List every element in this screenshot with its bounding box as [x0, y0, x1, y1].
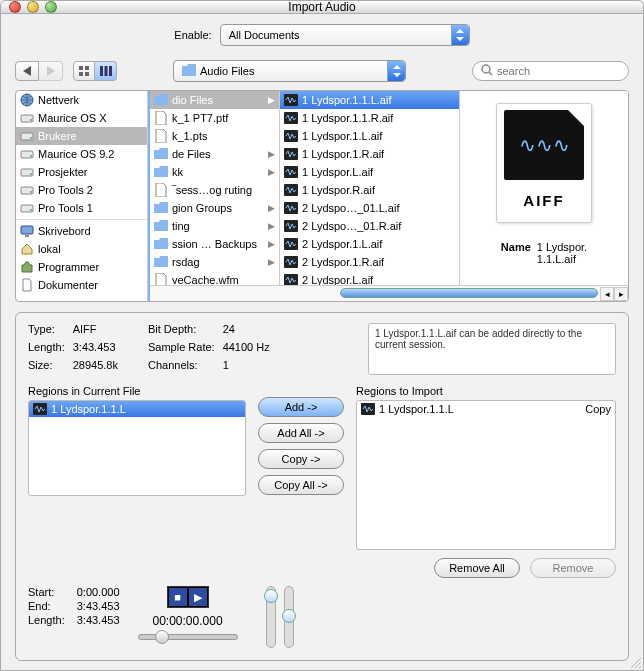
remove-button[interactable]: Remove — [530, 558, 616, 578]
horizontal-scroll-thumb[interactable] — [340, 288, 598, 298]
enable-label: Enable: — [174, 29, 211, 41]
resize-grip-icon[interactable] — [629, 656, 641, 668]
import-region-item[interactable]: 1 Lydspor.1.1.LCopy — [357, 401, 615, 417]
audio-file-icon — [284, 111, 298, 125]
sidebar-item[interactable]: Pro Tools 1 — [16, 199, 147, 217]
playhead-slider[interactable] — [138, 634, 238, 640]
folder-icon — [182, 64, 196, 78]
forward-button[interactable] — [39, 61, 63, 81]
browser-scrollbar[interactable]: ◂ ▸ — [150, 285, 628, 301]
sidebar-item-label: lokal — [38, 243, 61, 255]
back-button[interactable] — [15, 61, 39, 81]
svg-rect-1 — [85, 66, 89, 70]
preview-name-value: 1 Lydspor. 1.1.L.aif — [537, 241, 587, 265]
scroll-left-icon[interactable]: ◂ — [600, 287, 614, 301]
folder-item[interactable]: gion Groups▶ — [150, 199, 279, 217]
search-icon — [481, 64, 493, 78]
play-button[interactable]: ▶ — [189, 588, 207, 606]
folder-item[interactable]: kk▶ — [150, 163, 279, 181]
svg-rect-3 — [85, 72, 89, 76]
folder-item[interactable]: rsdag▶ — [150, 253, 279, 271]
view-mode — [73, 61, 117, 81]
file-item[interactable]: 2 Lydspo…_01.L.aif — [280, 199, 459, 217]
sidebar-item-label: Pro Tools 2 — [38, 184, 93, 196]
folder-item[interactable]: de Files▶ — [150, 145, 279, 163]
sidebar-item[interactable]: Maurice OS 9.2 — [16, 145, 147, 163]
add-button[interactable]: Add -> — [258, 397, 344, 417]
sidebar-item[interactable]: Brukere — [16, 127, 147, 145]
sidebar-item-label: Maurice OS 9.2 — [38, 148, 114, 160]
view-icons-button[interactable] — [73, 61, 95, 81]
search-input[interactable] — [497, 65, 620, 77]
folder-item-label: dio Files — [172, 94, 213, 106]
remove-all-button[interactable]: Remove All — [434, 558, 520, 578]
folder-item-label: de Files — [172, 148, 211, 160]
sidebar-item[interactable]: lokal — [16, 240, 147, 258]
file-item[interactable]: 1 Lydspor.1.R.aif — [280, 145, 459, 163]
folder-item[interactable]: k_1 PT7.ptf — [150, 109, 279, 127]
file-item[interactable]: 1 Lydspor.1.1.L.aif — [280, 91, 459, 109]
slider-thumb-icon[interactable] — [264, 589, 278, 603]
hdd-icon — [20, 183, 34, 197]
region-item[interactable]: 1 Lydspor.1.1.L — [29, 401, 245, 417]
enable-popup[interactable]: All Documents — [220, 24, 470, 46]
slider-thumb-icon[interactable] — [282, 609, 296, 623]
sidebar-item[interactable]: Programmer — [16, 258, 147, 276]
titlebar[interactable]: Import Audio — [1, 1, 643, 14]
chevron-right-icon: ▶ — [268, 257, 275, 267]
search-field[interactable] — [472, 61, 629, 81]
svg-rect-4 — [100, 66, 103, 76]
file-item[interactable]: 2 Lydspor.1.R.aif — [280, 253, 459, 271]
file-item[interactable]: 1 Lydspor.1.L.aif — [280, 127, 459, 145]
gain-slider[interactable] — [284, 586, 294, 648]
sidebar-item[interactable]: Prosjekter — [16, 163, 147, 181]
file-icon — [154, 129, 168, 143]
sidebar-item[interactable]: Nettverk — [16, 91, 147, 109]
file-item[interactable]: 1 Lydspor.L.aif — [280, 163, 459, 181]
copy-all-button[interactable]: Copy All -> — [258, 475, 344, 495]
hdd-icon — [20, 201, 34, 215]
file-item[interactable]: 2 Lydspor.L.aif — [280, 271, 459, 285]
stop-button[interactable]: ■ — [169, 588, 187, 606]
folder-item[interactable]: ting▶ — [150, 217, 279, 235]
sidebar-item[interactable]: Pro Tools 2 — [16, 181, 147, 199]
svg-rect-22 — [21, 226, 33, 234]
copy-button[interactable]: Copy -> — [258, 449, 344, 469]
folder-item[interactable]: ‾sess…og ruting — [150, 181, 279, 199]
regions-import-label: Regions to Import — [356, 385, 616, 397]
regions-current-list[interactable]: 1 Lydspor.1.1.L — [28, 400, 246, 496]
hdd-icon — [20, 111, 34, 125]
svg-point-13 — [30, 137, 32, 139]
folder-item[interactable]: veCache.wfm — [150, 271, 279, 285]
folder-item[interactable]: dio Files▶ — [150, 91, 279, 109]
file-format-label: AIFF — [523, 192, 564, 209]
folder-item[interactable]: ssion … Backups▶ — [150, 235, 279, 253]
sidebar-item[interactable]: Skrivebord — [16, 222, 147, 240]
sidebar-item[interactable]: Dokumenter — [16, 276, 147, 294]
volume-slider[interactable] — [266, 586, 276, 648]
hdd-icon — [20, 129, 34, 143]
file-icon — [154, 183, 168, 197]
sidebar-item[interactable]: Maurice OS X — [16, 109, 147, 127]
add-all-button[interactable]: Add All -> — [258, 423, 344, 443]
view-columns-button[interactable] — [95, 61, 117, 81]
path-popup[interactable]: Audio Files — [173, 60, 406, 82]
slider-thumb-icon[interactable] — [155, 630, 169, 644]
regions-import-list[interactable]: 1 Lydspor.1.1.LCopy — [356, 400, 616, 550]
waveform-icon: ∿∿∿ — [519, 133, 570, 157]
file-item-label: 2 Lydspor.1.L.aif — [302, 238, 382, 250]
file-item[interactable]: 2 Lydspo…_01.R.aif — [280, 217, 459, 235]
folder-item-label: k_1 PT7.ptf — [172, 112, 228, 124]
folder-item[interactable]: k_1.pts — [150, 127, 279, 145]
time-start-label: Start: — [28, 586, 65, 598]
import-audio-window: Import Audio Enable: All Documents — [0, 0, 644, 671]
file-item[interactable]: 2 Lydspor.1.L.aif — [280, 235, 459, 253]
svg-line-39 — [639, 666, 641, 668]
file-item[interactable]: 1 Lydspor.1.1.R.aif — [280, 109, 459, 127]
file-item[interactable]: 1 Lydspor.R.aif — [280, 181, 459, 199]
scroll-right-icon[interactable]: ▸ — [614, 287, 628, 301]
file-item-label: 1 Lydspor.L.aif — [302, 166, 373, 178]
folder-icon — [154, 165, 168, 179]
docs-icon — [20, 278, 34, 292]
folder-item-label: ssion … Backups — [172, 238, 257, 250]
